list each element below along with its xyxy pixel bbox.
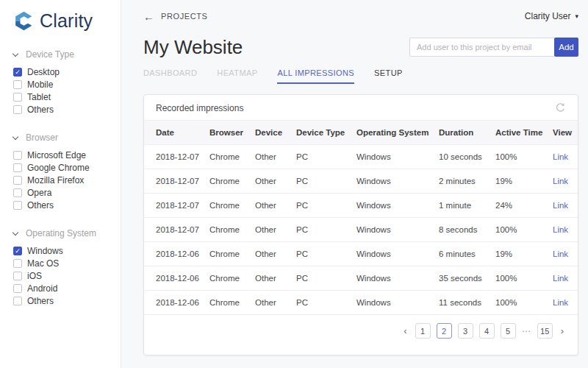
check-icon: ✓: [15, 69, 21, 76]
cell-operating-system: Windows: [356, 291, 439, 315]
card-title: Recorded impressions: [156, 103, 243, 113]
page-button-1[interactable]: 1: [415, 323, 431, 339]
view-link[interactable]: Link: [553, 250, 568, 258]
view-link[interactable]: Link: [553, 274, 568, 283]
filter-item-microsoft-edge[interactable]: ✓ Microsoft Edge: [13, 150, 121, 160]
tab-dashboard[interactable]: DASHBOARD: [143, 68, 197, 84]
filter-label: iOS: [27, 271, 42, 281]
filter-item-mac-os[interactable]: ✓ Mac OS: [13, 258, 121, 269]
cell-active-time: 24%: [495, 194, 553, 218]
cell-view: Link: [553, 194, 578, 218]
tab-heatmap[interactable]: HEATMAP: [217, 68, 257, 84]
filter-item-android[interactable]: ✓ Android: [13, 283, 121, 294]
filter-item-others-os[interactable]: ✓ Others: [13, 296, 121, 306]
checkbox-desktop[interactable]: ✓: [13, 68, 22, 77]
next-page-icon[interactable]: ›: [559, 325, 566, 336]
checkbox-mozilla-firefox[interactable]: ✓: [13, 176, 22, 185]
filter-item-opera[interactable]: ✓ Opera: [13, 188, 121, 198]
cell-active-time: 19%: [495, 169, 553, 194]
add-user-email-input[interactable]: [409, 38, 554, 57]
cell-device-type: PC: [296, 218, 356, 242]
page-button-5[interactable]: 5: [501, 323, 516, 339]
table-row: 2018-12-07 Chrome Other PC Windows 2 min…: [144, 169, 578, 194]
tab-setup[interactable]: SETUP: [374, 68, 403, 84]
cell-duration: 11 seconds: [439, 291, 495, 315]
filter-section-header-device-type[interactable]: Device Type: [13, 49, 121, 60]
cell-view: Link: [553, 169, 578, 194]
cell-operating-system: Windows: [356, 169, 439, 194]
filter-item-google-chrome[interactable]: ✓ Google Chrome: [13, 163, 121, 173]
clarity-logo[interactable]: Clarity: [13, 10, 121, 32]
filter-item-ios[interactable]: ✓ iOS: [13, 271, 121, 281]
checkbox-mac-os[interactable]: ✓: [13, 259, 22, 268]
checkbox-ios[interactable]: ✓: [13, 272, 22, 280]
filter-item-others-browser[interactable]: ✓ Others: [13, 200, 121, 210]
filter-item-mobile[interactable]: ✓ Mobile: [13, 79, 121, 90]
add-user-form: Add: [409, 38, 578, 57]
cell-browser: Chrome: [209, 242, 255, 266]
col-date: Date: [144, 121, 209, 145]
filter-section-title: Operating System: [26, 228, 96, 238]
view-link[interactable]: Link: [553, 152, 568, 161]
filter-item-mozilla-firefox[interactable]: ✓ Mozilla Firefox: [13, 175, 121, 185]
view-link[interactable]: Link: [553, 298, 568, 307]
cell-duration: 2 minutes: [439, 169, 495, 194]
cell-date: 2018-12-06: [144, 291, 209, 315]
cell-device-type: PC: [296, 242, 356, 266]
filter-item-desktop[interactable]: ✓ Desktop: [13, 67, 121, 77]
pagination-ellipsis: ⋯: [522, 326, 531, 336]
cell-device-type: PC: [296, 145, 356, 169]
cell-duration: 35 seconds: [439, 266, 495, 291]
col-device: Device: [255, 121, 296, 145]
checkbox-android[interactable]: ✓: [13, 284, 22, 293]
brand-name: Clarity: [40, 10, 93, 32]
impressions-table: Date Browser Device Device Type Operatin…: [144, 120, 578, 315]
app-window: Clarity Device Type ✓ Desktop ✓ Mobile ✓: [0, 0, 588, 368]
page-button-15[interactable]: 15: [537, 323, 553, 339]
recorded-impressions-card: Recorded impressions Date Browser: [143, 94, 578, 355]
check-icon: ✓: [15, 248, 21, 255]
checkbox-google-chrome[interactable]: ✓: [13, 163, 22, 172]
cell-device: Other: [255, 194, 296, 218]
add-user-button[interactable]: Add: [554, 38, 578, 57]
tab-all-impressions[interactable]: ALL IMPRESSIONS: [277, 68, 354, 84]
filter-section-header-operating-system[interactable]: Operating System: [13, 228, 121, 238]
checkbox-windows[interactable]: ✓: [13, 247, 22, 255]
cell-browser: Chrome: [209, 266, 255, 291]
cell-browser: Chrome: [209, 218, 255, 242]
table-row: 2018-12-07 Chrome Other PC Windows 8 sec…: [144, 218, 578, 242]
filter-label: Mozilla Firefox: [27, 175, 84, 185]
cell-date: 2018-12-07: [144, 169, 209, 194]
refresh-icon[interactable]: [555, 102, 566, 113]
page-button-4[interactable]: 4: [479, 323, 495, 339]
checkbox-opera[interactable]: ✓: [13, 188, 22, 197]
table-row: 2018-12-07 Chrome Other PC Windows 10 se…: [144, 145, 578, 169]
table-header: Date Browser Device Device Type Operatin…: [144, 121, 578, 145]
checkbox-others-os[interactable]: ✓: [13, 297, 22, 305]
back-to-projects[interactable]: ← PROJECTS: [143, 10, 207, 23]
checkbox-tablet[interactable]: ✓: [13, 93, 22, 102]
checkbox-microsoft-edge[interactable]: ✓: [13, 151, 22, 160]
page-button-2[interactable]: 2: [437, 323, 452, 339]
filter-section-browser: Browser ✓ Microsoft Edge ✓ Google Chrome…: [13, 132, 121, 210]
view-link[interactable]: Link: [553, 201, 568, 210]
prev-page-icon[interactable]: ‹: [401, 325, 409, 336]
view-link[interactable]: Link: [553, 225, 568, 234]
filter-item-others-device[interactable]: ✓ Others: [13, 105, 121, 115]
table-row: 2018-12-07 Chrome Other PC Windows 1 min…: [144, 194, 578, 218]
view-link[interactable]: Link: [553, 177, 568, 185]
checkbox-others-device[interactable]: ✓: [13, 105, 22, 114]
checkbox-others-browser[interactable]: ✓: [13, 201, 22, 210]
cell-browser: Chrome: [209, 194, 255, 218]
cell-device: Other: [255, 169, 296, 194]
chevron-down-icon: [12, 133, 18, 139]
filter-item-tablet[interactable]: ✓ Tablet: [13, 92, 121, 102]
cell-duration: 10 seconds: [439, 145, 495, 169]
filter-section-header-browser[interactable]: Browser: [13, 132, 121, 143]
cell-operating-system: Windows: [356, 194, 439, 218]
filter-item-windows[interactable]: ✓ Windows: [13, 246, 121, 256]
checkbox-mobile[interactable]: ✓: [13, 80, 22, 89]
cell-device: Other: [255, 266, 296, 291]
user-menu[interactable]: Clarity User ▾: [525, 11, 578, 21]
page-button-3[interactable]: 3: [458, 323, 473, 339]
